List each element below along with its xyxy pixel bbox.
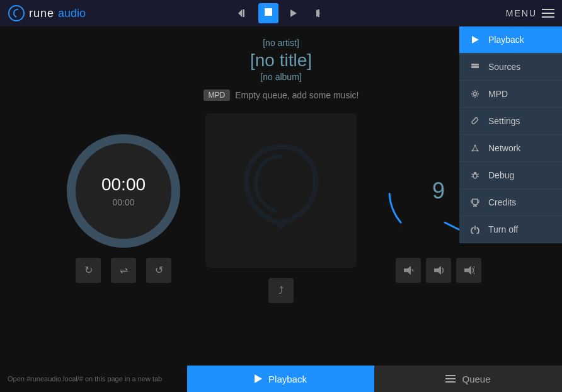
- share-button[interactable]: ⤴: [268, 278, 294, 303]
- queue-label: Queue: [462, 374, 490, 384]
- gear-icon: [469, 88, 481, 100]
- svg-line-9: [412, 269, 413, 272]
- track-artist: [no artist]: [250, 38, 312, 48]
- queue-message: Empty queue, add some music!: [235, 90, 358, 100]
- menu-item-turnoff[interactable]: Turn off: [459, 216, 562, 243]
- prev-button[interactable]: [233, 3, 253, 23]
- menu-network-label: Network: [488, 143, 520, 153]
- time-circle: 00:00 00:00: [67, 134, 180, 248]
- track-title: [no title]: [250, 50, 312, 71]
- menu-sources-label: Sources: [488, 62, 520, 72]
- hamburger-icon: [542, 9, 554, 18]
- menu-item-playback[interactable]: Playback: [459, 26, 562, 54]
- svg-marker-3: [290, 9, 297, 17]
- svg-line-25: [477, 174, 479, 175]
- svg-marker-8: [404, 266, 411, 275]
- menu-label: MENU: [506, 8, 537, 18]
- queue-lines-icon: [445, 375, 456, 383]
- svg-rect-14: [471, 66, 479, 68]
- volume-controls: [396, 258, 481, 283]
- menu-item-credits[interactable]: Credits: [459, 189, 562, 216]
- url-text: Open #runeaudio.local/# on this page in …: [8, 375, 162, 383]
- svg-line-19: [473, 146, 475, 151]
- single-button[interactable]: ↺: [146, 258, 171, 283]
- wrench-icon: [469, 115, 481, 127]
- svg-marker-12: [472, 36, 479, 43]
- stop-button[interactable]: [258, 3, 278, 23]
- menu-credits-label: Credits: [488, 197, 516, 207]
- status-bar: Open #runeaudio.local/# on this page in …: [0, 366, 562, 392]
- menu-playback-label: Playback: [488, 35, 524, 45]
- mute-button[interactable]: [396, 258, 421, 283]
- album-art: [205, 113, 357, 268]
- svg-line-20: [475, 146, 478, 151]
- vol-down-button[interactable]: [426, 258, 451, 283]
- svg-rect-13: [471, 64, 479, 66]
- vol-up-button[interactable]: [456, 258, 481, 283]
- svg-line-24: [471, 174, 473, 175]
- next-button[interactable]: [309, 3, 329, 23]
- app-name: rune: [29, 7, 54, 20]
- menu-settings-label: Settings: [488, 116, 520, 126]
- shuffle-button[interactable]: ⇌: [111, 258, 136, 283]
- play-button[interactable]: [284, 3, 304, 23]
- playback-play-icon: [255, 374, 262, 383]
- logo-area: rune audio: [0, 4, 86, 22]
- time-total: 00:00: [112, 197, 134, 207]
- menu-turnoff-label: Turn off: [488, 224, 518, 234]
- repeat-button[interactable]: ↻: [76, 258, 101, 283]
- main-content: [no artist] [no title] [no album] MPD Em…: [0, 26, 562, 366]
- playback-label: Playback: [268, 374, 307, 384]
- track-info: [no artist] [no title] [no album]: [250, 26, 312, 82]
- svg-rect-2: [265, 8, 272, 16]
- svg-marker-11: [464, 266, 471, 275]
- mpd-badge: MPD: [204, 89, 231, 101]
- play-icon: [469, 34, 481, 45]
- queue-tab[interactable]: Queue: [374, 366, 562, 392]
- header: rune audio MENU: [0, 0, 562, 26]
- svg-marker-0: [238, 9, 242, 17]
- share-button-row: ⤴: [268, 278, 294, 303]
- menu-item-network[interactable]: Network: [459, 135, 562, 162]
- logo-icon: [8, 4, 25, 22]
- playback-tab[interactable]: Playback: [187, 366, 374, 392]
- bug-icon: [469, 170, 481, 181]
- time-controls: ↻ ⇌ ↺: [76, 258, 171, 283]
- svg-rect-1: [243, 9, 244, 17]
- time-current: 00:00: [101, 175, 146, 195]
- menu-button[interactable]: MENU: [506, 8, 554, 18]
- track-album: [no album]: [250, 72, 312, 82]
- volume-value: 9: [432, 178, 445, 204]
- menu-item-debug[interactable]: Debug: [459, 162, 562, 189]
- svg-point-15: [474, 93, 477, 96]
- network-icon: [469, 142, 481, 154]
- menu-item-mpd[interactable]: MPD: [459, 81, 562, 108]
- album-art-wrapper: ⤴: [205, 113, 357, 303]
- sources-icon: [469, 61, 481, 72]
- time-circle-container: 00:00 00:00 ↻ ⇌ ↺: [60, 134, 186, 283]
- trophy-icon: [469, 197, 481, 208]
- menu-mpd-label: MPD: [488, 89, 508, 99]
- album-art-logo-icon: [240, 141, 322, 241]
- status-url: Open #runeaudio.local/# on this page in …: [0, 366, 187, 392]
- svg-rect-5: [318, 9, 319, 17]
- dropdown-menu: Playback Sources MPD: [459, 26, 562, 243]
- app-subtitle: audio: [58, 7, 86, 20]
- menu-item-sources[interactable]: Sources: [459, 54, 562, 81]
- transport-controls: [233, 3, 329, 23]
- power-icon: [469, 224, 481, 235]
- menu-item-settings[interactable]: Settings: [459, 108, 562, 135]
- menu-debug-label: Debug: [488, 170, 514, 180]
- queue-notice: MPD Empty queue, add some music!: [204, 89, 359, 101]
- svg-marker-10: [434, 266, 441, 275]
